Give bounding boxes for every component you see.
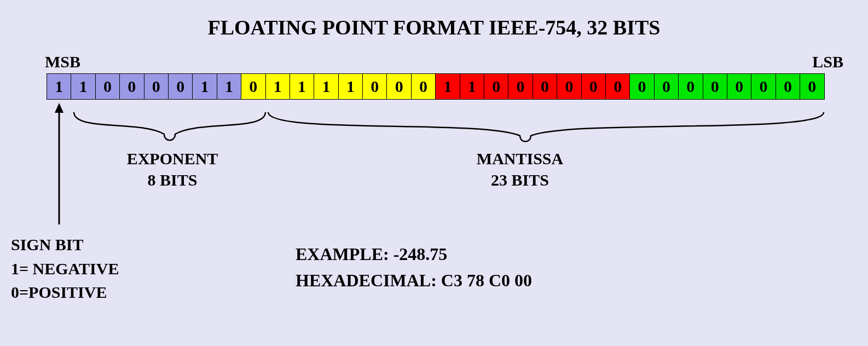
- bit-cell-1: 1: [71, 73, 95, 100]
- sign-bit-legend: SIGN BIT 1= NEGATIVE 0=POSITIVE: [11, 233, 119, 304]
- bit-cell-23: 0: [605, 73, 630, 100]
- bit-cell-30: 0: [776, 73, 800, 100]
- example-line2: HEXADECIMAL: C3 78 C0 00: [296, 270, 532, 290]
- bit-cell-9: 1: [265, 73, 290, 100]
- sign-bit-legend-line2: 1= NEGATIVE: [11, 260, 119, 278]
- diagram-title: FLOATING POINT FORMAT IEEE-754, 32 BITS: [0, 15, 868, 39]
- bit-cell-11: 1: [314, 73, 338, 100]
- bit-cell-24: 0: [629, 73, 654, 100]
- bit-cell-18: 0: [484, 73, 508, 100]
- mantissa-label: MANTISSA 23 BITS: [449, 148, 591, 191]
- bit-cell-7: 1: [217, 73, 241, 100]
- exponent-label-line2: 8 BITS: [148, 171, 198, 189]
- bit-cell-0: 1: [47, 73, 71, 100]
- bit-cell-19: 0: [508, 73, 533, 100]
- msb-label: MSB: [45, 53, 80, 71]
- bit-cell-21: 0: [557, 73, 581, 100]
- lsb-label: LSB: [812, 53, 843, 71]
- bit-cell-29: 0: [751, 73, 776, 100]
- bit-cell-22: 0: [581, 73, 606, 100]
- sign-bit-legend-line1: SIGN BIT: [11, 235, 84, 253]
- bit-cell-3: 0: [119, 73, 144, 100]
- bit-cell-4: 0: [144, 73, 169, 100]
- exponent-label: EXPONENT 8 BITS: [101, 148, 244, 191]
- bit-cell-17: 1: [460, 73, 484, 100]
- bit-cell-25: 0: [654, 73, 679, 100]
- example-text: EXAMPLE: -248.75 HEXADECIMAL: C3 78 C0 0…: [296, 241, 532, 293]
- bit-cell-27: 0: [703, 73, 727, 100]
- bit-cell-5: 0: [168, 73, 193, 100]
- exponent-label-line1: EXPONENT: [127, 149, 218, 168]
- bit-cell-15: 0: [411, 73, 436, 100]
- bit-cell-20: 0: [533, 73, 557, 100]
- bit-row: 11000011011110001100000000000000: [47, 73, 825, 100]
- bit-cell-13: 0: [362, 73, 387, 100]
- bit-cell-14: 0: [386, 73, 411, 100]
- example-line1: EXAMPLE: -248.75: [296, 244, 447, 264]
- mantissa-label-line2: 23 BITS: [491, 171, 549, 189]
- bit-cell-2: 0: [95, 73, 120, 100]
- sign-bit-legend-line3: 0=POSITIVE: [11, 283, 107, 301]
- bit-cell-6: 1: [192, 73, 217, 100]
- bit-cell-26: 0: [678, 73, 703, 100]
- svg-marker-1: [55, 103, 63, 113]
- bit-cell-16: 1: [435, 73, 460, 100]
- bit-cell-12: 1: [338, 73, 363, 100]
- bit-cell-28: 0: [727, 73, 751, 100]
- bit-cell-10: 1: [290, 73, 314, 100]
- bit-cell-8: 0: [241, 73, 265, 100]
- bit-cell-31: 0: [800, 73, 824, 100]
- mantissa-label-line1: MANTISSA: [477, 149, 563, 168]
